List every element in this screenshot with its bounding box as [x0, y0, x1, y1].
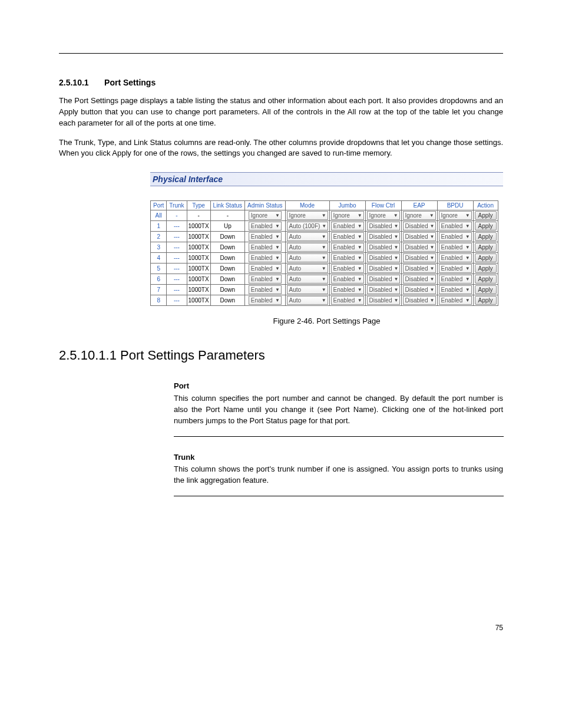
port-link[interactable]: 8 — [151, 295, 167, 306]
cell-type: 1000TX — [187, 263, 210, 274]
cell-bpdu: Enabled▼ — [437, 285, 473, 295]
dropdown[interactable]: Ignore▼ — [403, 211, 436, 220]
dropdown[interactable]: Disabled▼ — [367, 285, 400, 294]
dropdown[interactable]: Ignore▼ — [287, 211, 328, 220]
dropdown[interactable]: Enabled▼ — [439, 222, 472, 230]
dropdown[interactable]: Disabled▼ — [367, 275, 400, 284]
apply-button[interactable]: Apply — [475, 232, 497, 241]
dropdown[interactable]: Disabled▼ — [403, 243, 436, 252]
dropdown[interactable]: Disabled▼ — [367, 264, 400, 273]
dropdown[interactable]: Auto▼ — [287, 296, 328, 305]
dropdown[interactable]: Disabled▼ — [403, 232, 436, 241]
dropdown[interactable]: Enabled▼ — [331, 222, 364, 230]
dropdown[interactable]: Disabled▼ — [403, 275, 436, 284]
dropdown[interactable]: Disabled▼ — [403, 264, 436, 273]
dropdown[interactable]: Enabled▼ — [331, 264, 364, 273]
cell-jumbo: Enabled▼ — [329, 285, 365, 295]
dropdown[interactable]: Enabled▼ — [249, 264, 282, 273]
table-row: 3---1000TXDownEnabled▼Auto▼Enabled▼Disab… — [151, 242, 498, 253]
dropdown[interactable]: Enabled▼ — [439, 296, 472, 305]
dropdown[interactable]: Enabled▼ — [249, 222, 282, 230]
dropdown[interactable]: Enabled▼ — [439, 243, 472, 252]
chevron-down-icon: ▼ — [465, 223, 470, 229]
dropdown[interactable]: Disabled▼ — [403, 253, 436, 262]
dropdown[interactable]: Enabled▼ — [439, 275, 472, 284]
dropdown[interactable]: Enabled▼ — [249, 296, 282, 305]
apply-button[interactable]: Apply — [475, 211, 497, 220]
col-action: Action — [473, 201, 498, 210]
dropdown[interactable]: Disabled▼ — [367, 243, 400, 252]
dropdown[interactable]: Enabled▼ — [249, 285, 282, 294]
cell-eap: Disabled▼ — [401, 285, 437, 295]
dropdown[interactable]: Disabled▼ — [403, 296, 436, 305]
chevron-down-icon: ▼ — [322, 223, 326, 229]
dropdown[interactable]: Enabled▼ — [331, 232, 364, 241]
dropdown[interactable]: Auto▼ — [287, 285, 328, 294]
dropdown[interactable]: Disabled▼ — [367, 296, 400, 305]
def-text-port: This column specifies the port number an… — [174, 393, 503, 427]
port-link[interactable]: 7 — [151, 285, 167, 295]
dropdown[interactable]: Ignore▼ — [249, 211, 282, 220]
dropdown[interactable]: Disabled▼ — [403, 285, 436, 294]
dropdown[interactable]: Auto▼ — [287, 232, 328, 241]
table-row: 8---1000TXDownEnabled▼Auto▼Enabled▼Disab… — [151, 295, 498, 306]
cell-eap: Ignore▼ — [401, 210, 437, 221]
chevron-down-icon: ▼ — [394, 266, 398, 271]
dropdown[interactable]: Enabled▼ — [439, 232, 472, 241]
dropdown[interactable]: Enabled▼ — [249, 232, 282, 241]
port-link[interactable]: 5 — [151, 263, 167, 274]
dropdown[interactable]: Enabled▼ — [249, 243, 282, 252]
dropdown[interactable]: Ignore▼ — [439, 211, 472, 220]
chevron-down-icon: ▼ — [429, 266, 434, 271]
dropdown[interactable]: Enabled▼ — [331, 285, 364, 294]
dropdown[interactable]: Disabled▼ — [367, 253, 400, 262]
chevron-down-icon: ▼ — [358, 245, 362, 250]
dropdown[interactable]: Ignore▼ — [331, 211, 364, 220]
dropdown[interactable]: Ignore▼ — [367, 211, 400, 220]
chevron-down-icon: ▼ — [358, 255, 362, 261]
col-jumbo: Jumbo — [329, 201, 365, 210]
dropdown[interactable]: Disabled▼ — [367, 222, 400, 230]
dropdown[interactable]: Auto (100F)▼ — [287, 222, 328, 230]
intro-para-2: The Trunk, Type, and Link Status columns… — [59, 137, 503, 160]
dropdown[interactable]: Auto▼ — [287, 253, 328, 262]
dropdown[interactable]: Disabled▼ — [403, 222, 436, 230]
apply-button[interactable]: Apply — [475, 296, 497, 305]
dropdown[interactable]: Enabled▼ — [331, 253, 364, 262]
dropdown[interactable]: Enabled▼ — [249, 275, 282, 284]
dropdown[interactable]: Enabled▼ — [331, 296, 364, 305]
figure-caption: Figure 2-46. Port Settings Page — [150, 317, 503, 325]
apply-button[interactable]: Apply — [475, 285, 497, 294]
port-link[interactable]: 3 — [151, 242, 167, 253]
table-row: 5---1000TXDownEnabled▼Auto▼Enabled▼Disab… — [151, 263, 498, 274]
cell-jumbo: Enabled▼ — [329, 232, 365, 242]
apply-button[interactable]: Apply — [475, 275, 497, 284]
port-link[interactable]: 1 — [151, 221, 167, 232]
port-link[interactable]: 4 — [151, 253, 167, 263]
apply-button[interactable]: Apply — [475, 253, 497, 262]
dropdown[interactable]: Enabled▼ — [439, 253, 472, 262]
dropdown[interactable]: Auto▼ — [287, 264, 328, 273]
cell-bpdu: Enabled▼ — [437, 232, 473, 242]
apply-button[interactable]: Apply — [475, 222, 497, 230]
apply-button[interactable]: Apply — [475, 243, 497, 252]
dropdown[interactable]: Enabled▼ — [249, 253, 282, 262]
cell-mode: Ignore▼ — [285, 210, 329, 221]
cell-port-all: All — [151, 210, 167, 221]
dropdown[interactable]: Auto▼ — [287, 243, 328, 252]
port-link[interactable]: 2 — [151, 232, 167, 242]
dropdown[interactable]: Enabled▼ — [439, 285, 472, 294]
chevron-down-icon: ▼ — [322, 287, 326, 292]
apply-button[interactable]: Apply — [475, 264, 497, 273]
port-link[interactable]: 6 — [151, 274, 167, 285]
cell-trunk: - — [167, 210, 187, 221]
dropdown[interactable]: Enabled▼ — [331, 275, 364, 284]
intro-para-1: The Port Settings page displays a table … — [59, 95, 503, 129]
cell-admin: Enabled▼ — [245, 221, 285, 232]
dropdown[interactable]: Enabled▼ — [331, 243, 364, 252]
dropdown[interactable]: Disabled▼ — [367, 232, 400, 241]
chevron-down-icon: ▼ — [358, 223, 362, 229]
dropdown[interactable]: Auto▼ — [287, 275, 328, 284]
table-row: 6---1000TXDownEnabled▼Auto▼Enabled▼Disab… — [151, 274, 498, 285]
dropdown[interactable]: Enabled▼ — [439, 264, 472, 273]
